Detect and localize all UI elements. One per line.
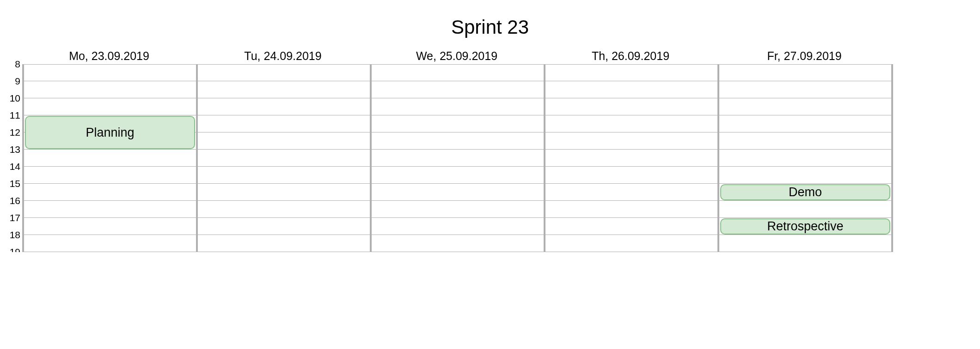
hour-label: 14 [5, 161, 20, 172]
hour-row [24, 167, 891, 184]
day-separator [370, 64, 372, 252]
hour-label: 16 [5, 195, 20, 206]
hour-row [24, 98, 891, 115]
event-title: Demo [789, 185, 822, 199]
hour-label: 10 [5, 93, 20, 104]
hour-label: 15 [5, 178, 20, 189]
day-header: Tu, 24.09.2019 [196, 48, 370, 64]
calendar-event[interactable]: Demo [720, 184, 890, 200]
day-header: Fr, 27.09.2019 [717, 48, 891, 64]
event-title: Planning [86, 126, 134, 140]
day-header: Mo, 23.09.2019 [22, 48, 196, 64]
event-title: Retrospective [767, 219, 843, 234]
hour-label: 11 [5, 110, 20, 121]
hour-row [24, 150, 891, 167]
calendar-event[interactable]: Planning [25, 116, 195, 149]
hour-label: 18 [5, 229, 20, 241]
calendar-event[interactable]: Retrospective [720, 218, 890, 235]
day-header: We, 25.09.2019 [370, 48, 544, 64]
day-separator [891, 64, 893, 252]
page-title: Sprint 23 [0, 0, 980, 48]
hour-label: 13 [5, 144, 20, 155]
hour-row [24, 235, 891, 252]
day-separator [196, 64, 198, 252]
hour-row [24, 201, 891, 218]
hour-label: 12 [5, 127, 20, 138]
hour-label: 9 [5, 76, 20, 87]
hour-label: 8 [5, 59, 20, 70]
calendar-header-row: Mo, 23.09.2019Tu, 24.09.2019We, 25.09.20… [22, 48, 891, 64]
day-header: Th, 26.09.2019 [544, 48, 717, 64]
hour-label: 17 [5, 212, 20, 223]
hour-label: 19 [5, 247, 20, 252]
hour-row [24, 64, 891, 81]
week-calendar: Mo, 23.09.2019Tu, 24.09.2019We, 25.09.20… [22, 48, 891, 252]
hour-row [24, 81, 891, 98]
calendar-grid: 8910111213141516171819PlanningDemoRetros… [22, 64, 891, 252]
day-separator [717, 64, 719, 252]
day-separator [544, 64, 545, 252]
